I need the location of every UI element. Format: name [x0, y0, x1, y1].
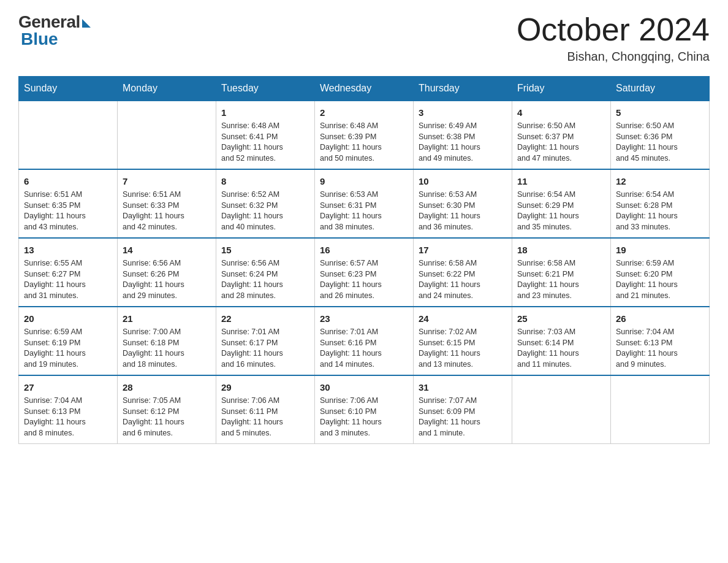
col-header-thursday: Thursday [414, 77, 512, 101]
day-number: 9 [320, 175, 408, 188]
day-info: Sunrise: 7:03 AM Sunset: 6:14 PM Dayligh… [517, 327, 605, 370]
day-number: 30 [320, 381, 408, 394]
calendar-cell: 30Sunrise: 7:06 AM Sunset: 6:10 PM Dayli… [315, 375, 414, 444]
day-info: Sunrise: 6:51 AM Sunset: 6:33 PM Dayligh… [123, 190, 211, 232]
day-info: Sunrise: 6:59 AM Sunset: 6:19 PM Dayligh… [24, 327, 112, 370]
calendar-cell: 31Sunrise: 7:07 AM Sunset: 6:09 PM Dayli… [414, 375, 512, 444]
title-section: October 2024 Bishan, Chongqing, China [517, 12, 710, 64]
day-number: 21 [123, 312, 211, 325]
calendar-cell: 2Sunrise: 6:48 AM Sunset: 6:39 PM Daylig… [315, 101, 414, 169]
logo-triangle-icon [82, 19, 91, 28]
calendar-cell: 7Sunrise: 6:51 AM Sunset: 6:33 PM Daylig… [118, 169, 216, 238]
col-header-friday: Friday [512, 77, 611, 101]
day-info: Sunrise: 6:54 AM Sunset: 6:28 PM Dayligh… [616, 190, 704, 232]
day-info: Sunrise: 7:01 AM Sunset: 6:17 PM Dayligh… [221, 327, 309, 370]
col-header-tuesday: Tuesday [216, 77, 315, 101]
calendar-cell: 23Sunrise: 7:01 AM Sunset: 6:16 PM Dayli… [315, 307, 414, 375]
calendar-week-5: 27Sunrise: 7:04 AM Sunset: 6:13 PM Dayli… [19, 375, 710, 444]
calendar-cell: 8Sunrise: 6:52 AM Sunset: 6:32 PM Daylig… [216, 169, 315, 238]
calendar-cell: 19Sunrise: 6:59 AM Sunset: 6:20 PM Dayli… [611, 238, 710, 307]
calendar-cell [611, 375, 710, 444]
day-info: Sunrise: 6:56 AM Sunset: 6:26 PM Dayligh… [123, 258, 211, 301]
day-info: Sunrise: 6:58 AM Sunset: 6:21 PM Dayligh… [517, 258, 605, 301]
day-number: 8 [221, 175, 309, 188]
day-info: Sunrise: 6:50 AM Sunset: 6:37 PM Dayligh… [517, 121, 605, 164]
day-info: Sunrise: 6:54 AM Sunset: 6:29 PM Dayligh… [517, 190, 605, 232]
calendar-cell: 27Sunrise: 7:04 AM Sunset: 6:13 PM Dayli… [19, 375, 118, 444]
calendar-cell: 4Sunrise: 6:50 AM Sunset: 6:37 PM Daylig… [512, 101, 611, 169]
day-number: 16 [320, 243, 408, 256]
calendar-cell: 15Sunrise: 6:56 AM Sunset: 6:24 PM Dayli… [216, 238, 315, 307]
day-number: 19 [616, 243, 704, 256]
calendar-body: 1Sunrise: 6:48 AM Sunset: 6:41 PM Daylig… [19, 101, 710, 444]
calendar-cell: 3Sunrise: 6:49 AM Sunset: 6:38 PM Daylig… [414, 101, 512, 169]
calendar-cell: 21Sunrise: 7:00 AM Sunset: 6:18 PM Dayli… [118, 307, 216, 375]
day-info: Sunrise: 7:01 AM Sunset: 6:16 PM Dayligh… [320, 327, 408, 370]
location-text: Bishan, Chongqing, China [517, 50, 710, 64]
calendar-cell [512, 375, 611, 444]
calendar-cell: 10Sunrise: 6:53 AM Sunset: 6:30 PM Dayli… [414, 169, 512, 238]
calendar-cell: 24Sunrise: 7:02 AM Sunset: 6:15 PM Dayli… [414, 307, 512, 375]
page-header: General Blue October 2024 Bishan, Chongq… [18, 12, 710, 64]
day-number: 22 [221, 312, 309, 325]
day-number: 29 [221, 381, 309, 394]
logo-blue-text: Blue [18, 29, 58, 49]
day-info: Sunrise: 7:04 AM Sunset: 6:13 PM Dayligh… [616, 327, 704, 370]
day-number: 2 [320, 106, 408, 119]
day-info: Sunrise: 6:58 AM Sunset: 6:22 PM Dayligh… [419, 258, 507, 301]
day-info: Sunrise: 6:50 AM Sunset: 6:36 PM Dayligh… [616, 121, 704, 164]
calendar-cell: 17Sunrise: 6:58 AM Sunset: 6:22 PM Dayli… [414, 238, 512, 307]
calendar-cell [19, 101, 118, 169]
day-number: 6 [24, 175, 112, 188]
day-number: 11 [517, 175, 605, 188]
calendar-cell: 18Sunrise: 6:58 AM Sunset: 6:21 PM Dayli… [512, 238, 611, 307]
calendar-cell: 28Sunrise: 7:05 AM Sunset: 6:12 PM Dayli… [118, 375, 216, 444]
day-number: 4 [517, 106, 605, 119]
calendar-cell: 26Sunrise: 7:04 AM Sunset: 6:13 PM Dayli… [611, 307, 710, 375]
day-info: Sunrise: 6:52 AM Sunset: 6:32 PM Dayligh… [221, 190, 309, 232]
day-number: 27 [24, 381, 112, 394]
calendar-table: SundayMondayTuesdayWednesdayThursdayFrid… [18, 76, 710, 444]
calendar-cell: 5Sunrise: 6:50 AM Sunset: 6:36 PM Daylig… [611, 101, 710, 169]
day-info: Sunrise: 6:55 AM Sunset: 6:27 PM Dayligh… [24, 258, 112, 301]
calendar-cell: 13Sunrise: 6:55 AM Sunset: 6:27 PM Dayli… [19, 238, 118, 307]
day-number: 13 [24, 243, 112, 256]
day-number: 7 [123, 175, 211, 188]
day-number: 26 [616, 312, 704, 325]
calendar-cell: 1Sunrise: 6:48 AM Sunset: 6:41 PM Daylig… [216, 101, 315, 169]
calendar-week-3: 13Sunrise: 6:55 AM Sunset: 6:27 PM Dayli… [19, 238, 710, 307]
calendar-cell: 25Sunrise: 7:03 AM Sunset: 6:14 PM Dayli… [512, 307, 611, 375]
logo: General Blue [18, 12, 91, 49]
calendar-cell: 9Sunrise: 6:53 AM Sunset: 6:31 PM Daylig… [315, 169, 414, 238]
day-info: Sunrise: 7:00 AM Sunset: 6:18 PM Dayligh… [123, 327, 211, 370]
day-number: 28 [123, 381, 211, 394]
col-header-saturday: Saturday [611, 77, 710, 101]
day-info: Sunrise: 7:07 AM Sunset: 6:09 PM Dayligh… [419, 396, 507, 439]
day-info: Sunrise: 6:56 AM Sunset: 6:24 PM Dayligh… [221, 258, 309, 301]
calendar-week-1: 1Sunrise: 6:48 AM Sunset: 6:41 PM Daylig… [19, 101, 710, 169]
day-number: 25 [517, 312, 605, 325]
day-info: Sunrise: 6:48 AM Sunset: 6:39 PM Dayligh… [320, 121, 408, 164]
day-number: 17 [419, 243, 507, 256]
day-info: Sunrise: 6:53 AM Sunset: 6:30 PM Dayligh… [419, 190, 507, 232]
calendar-cell: 14Sunrise: 6:56 AM Sunset: 6:26 PM Dayli… [118, 238, 216, 307]
day-number: 1 [221, 106, 309, 119]
day-number: 15 [221, 243, 309, 256]
day-number: 23 [320, 312, 408, 325]
calendar-week-2: 6Sunrise: 6:51 AM Sunset: 6:35 PM Daylig… [19, 169, 710, 238]
day-number: 24 [419, 312, 507, 325]
day-number: 20 [24, 312, 112, 325]
calendar-cell: 20Sunrise: 6:59 AM Sunset: 6:19 PM Dayli… [19, 307, 118, 375]
day-number: 18 [517, 243, 605, 256]
day-info: Sunrise: 6:57 AM Sunset: 6:23 PM Dayligh… [320, 258, 408, 301]
day-number: 31 [419, 381, 507, 394]
day-number: 3 [419, 106, 507, 119]
month-title: October 2024 [517, 12, 710, 47]
day-info: Sunrise: 7:06 AM Sunset: 6:10 PM Dayligh… [320, 396, 408, 439]
calendar-cell: 16Sunrise: 6:57 AM Sunset: 6:23 PM Dayli… [315, 238, 414, 307]
day-info: Sunrise: 7:04 AM Sunset: 6:13 PM Dayligh… [24, 396, 112, 439]
calendar-header: SundayMondayTuesdayWednesdayThursdayFrid… [19, 77, 710, 101]
day-info: Sunrise: 7:06 AM Sunset: 6:11 PM Dayligh… [221, 396, 309, 439]
day-info: Sunrise: 7:05 AM Sunset: 6:12 PM Dayligh… [123, 396, 211, 439]
day-info: Sunrise: 7:02 AM Sunset: 6:15 PM Dayligh… [419, 327, 507, 370]
